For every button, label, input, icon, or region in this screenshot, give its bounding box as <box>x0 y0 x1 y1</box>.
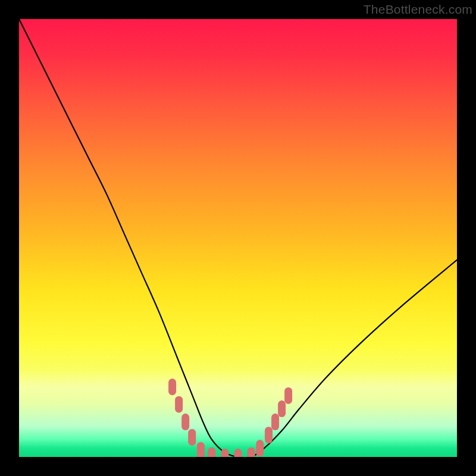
chart-frame: TheBottleneck.com <box>0 0 476 476</box>
valley-marker <box>188 429 196 446</box>
bottleneck-curve <box>19 19 457 457</box>
valley-marker <box>181 414 189 430</box>
valley-marker <box>197 442 205 457</box>
plot-area <box>19 19 457 457</box>
valley-marker <box>221 449 228 457</box>
valley-markers <box>168 378 292 457</box>
valley-marker <box>168 378 176 395</box>
valley-marker <box>248 447 255 457</box>
valley-marker <box>265 427 273 443</box>
valley-marker <box>284 387 292 404</box>
valley-marker <box>278 400 286 417</box>
valley-marker <box>256 440 264 456</box>
watermark-text: TheBottleneck.com <box>364 2 472 17</box>
curve-svg <box>19 19 457 457</box>
valley-marker <box>175 396 183 413</box>
valley-marker <box>234 449 242 457</box>
valley-marker <box>208 447 215 457</box>
valley-marker <box>271 414 279 430</box>
